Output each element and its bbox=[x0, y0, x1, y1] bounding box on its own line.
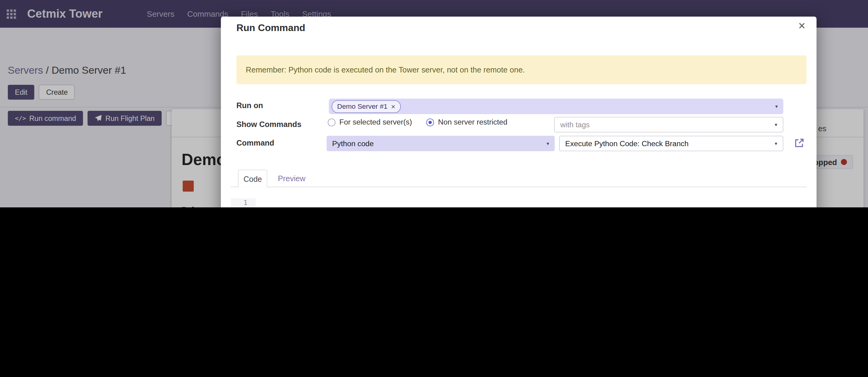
radio-non-server-restricted[interactable]: Non server restricted bbox=[426, 118, 507, 126]
show-commands-label: Show Commands bbox=[237, 120, 302, 128]
warning-alert: Remember: Python code is executed on the… bbox=[237, 55, 807, 84]
code-editor-lines[interactable]: 12▾if {{ branch }}:3 COMMAND_RESULT={"ex… bbox=[231, 198, 807, 207]
run-on-label: Run on bbox=[237, 101, 263, 110]
radio-selected-servers[interactable]: For selected server(s) bbox=[328, 118, 412, 126]
chevron-down-icon[interactable]: ▾ bbox=[775, 141, 777, 146]
code-line-content bbox=[256, 198, 807, 207]
chevron-down-icon[interactable]: ▾ bbox=[775, 122, 777, 127]
command-type-value: Python code bbox=[332, 139, 374, 147]
alert-text: Remember: Python code is executed on the… bbox=[246, 65, 525, 74]
tabs-underline bbox=[231, 187, 807, 187]
run-command-modal: Run Command × Remember: Python code is e… bbox=[221, 17, 816, 207]
command-type-select[interactable]: Python code ▾ bbox=[327, 136, 555, 151]
radio-selected-icon[interactable] bbox=[426, 118, 434, 126]
command-select[interactable]: Execute Python Code: Check Branch ▾ bbox=[559, 136, 783, 151]
server-tag-label: Demo Server #1 bbox=[337, 102, 388, 110]
tab-preview[interactable]: Preview bbox=[274, 170, 310, 187]
screen: Cetmix Tower ServersCommandsFilesToolsSe… bbox=[0, 0, 868, 207]
radio-selected-servers-label: For selected server(s) bbox=[339, 118, 412, 126]
tags-dropdown[interactable]: with tags ▾ bbox=[554, 117, 783, 133]
chevron-down-icon[interactable]: ▾ bbox=[775, 104, 778, 109]
remove-tag-icon[interactable]: ✕ bbox=[391, 103, 395, 109]
command-label: Command bbox=[237, 139, 275, 147]
close-icon[interactable]: × bbox=[798, 20, 805, 32]
command-select-value: Execute Python Code: Check Branch bbox=[565, 139, 688, 147]
radio-circle-icon[interactable] bbox=[328, 118, 335, 126]
line-number: 1 bbox=[231, 198, 256, 207]
external-link-icon[interactable] bbox=[794, 137, 805, 148]
run-on-field[interactable]: Demo Server #1 ✕ ▾ bbox=[329, 99, 783, 114]
editor-line[interactable]: 1 bbox=[231, 198, 807, 207]
tab-code[interactable]: Code bbox=[238, 170, 267, 187]
chevron-down-icon[interactable]: ▾ bbox=[547, 141, 549, 146]
tags-placeholder: with tags bbox=[560, 121, 590, 129]
server-tag[interactable]: Demo Server #1 ✕ bbox=[332, 100, 401, 113]
radio-non-restricted-label: Non server restricted bbox=[438, 118, 507, 126]
show-commands-radios: For selected server(s) Non server restri… bbox=[328, 118, 507, 126]
modal-title: Run Command bbox=[237, 22, 305, 34]
